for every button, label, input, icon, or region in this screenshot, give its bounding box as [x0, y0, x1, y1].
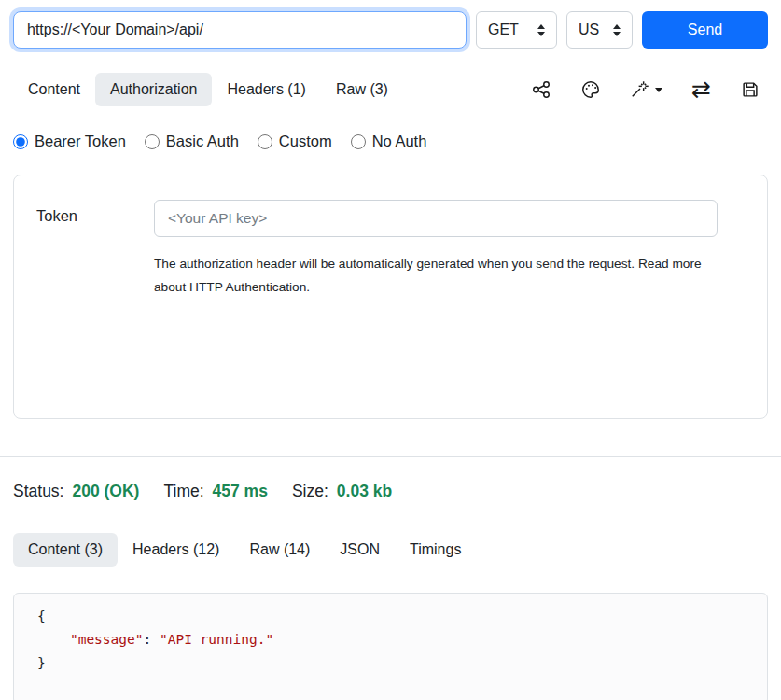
region-select-value: US [579, 21, 599, 38]
json-open-brace: { [37, 609, 46, 623]
region-select[interactable]: US [566, 11, 633, 49]
swap-arrows-icon[interactable]: ⇄ [691, 80, 711, 99]
json-key: "message" [70, 632, 144, 647]
radio-basic-auth-input[interactable] [145, 134, 160, 149]
token-label: Token [36, 200, 154, 394]
auth-help-text: The authorization header will be automat… [154, 252, 714, 300]
radio-custom[interactable]: Custom [258, 133, 332, 150]
select-caret-icon [537, 24, 545, 36]
resp-tab-json[interactable]: JSON [325, 533, 395, 567]
tab-headers[interactable]: Headers (1) [212, 73, 320, 106]
status-label: Status: [13, 482, 63, 501]
radio-bearer-token-input[interactable] [13, 134, 28, 149]
resp-tab-content[interactable]: Content (3) [13, 533, 118, 567]
time-value: 457 ms [213, 482, 268, 501]
chevron-down-icon [655, 88, 662, 92]
method-select[interactable]: GET [476, 11, 557, 49]
request-bar: GET US Send [0, 0, 781, 49]
toolbar: ⇄ [531, 79, 760, 100]
size-value: 0.03 kb [337, 482, 392, 501]
tab-content[interactable]: Content [13, 73, 95, 106]
radio-bearer-token[interactable]: Bearer Token [13, 133, 126, 150]
palette-icon[interactable] [580, 79, 601, 100]
token-main: The authorization header will be automat… [154, 200, 718, 394]
auth-type-row: Bearer Token Basic Auth Custom No Auth [0, 133, 781, 150]
share-nodes-icon[interactable] [531, 79, 551, 100]
magic-wand-menu-icon[interactable] [630, 79, 662, 100]
json-indent [37, 632, 70, 647]
json-value: "API running." [160, 632, 273, 647]
request-tabs-row: Content Authorization Headers (1) Raw (3… [0, 73, 781, 106]
response-body: { "message": "API running." } [14, 594, 767, 686]
method-select-value: GET [488, 21, 519, 38]
send-button[interactable]: Send [642, 11, 768, 49]
radio-basic-auth-label: Basic Auth [166, 133, 239, 150]
resp-tab-headers[interactable]: Headers (12) [118, 533, 234, 567]
radio-basic-auth[interactable]: Basic Auth [145, 133, 239, 150]
json-close-brace: } [37, 655, 46, 670]
auth-panel: Token The authorization header will be a… [13, 175, 768, 419]
radio-bearer-token-label: Bearer Token [35, 133, 126, 150]
save-icon[interactable] [740, 79, 760, 100]
response-tabs-row: Content (3) Headers (12) Raw (14) JSON T… [0, 533, 781, 567]
size-label: Size: [292, 482, 328, 501]
tab-authorization[interactable]: Authorization [95, 73, 212, 106]
radio-custom-label: Custom [279, 133, 332, 150]
resp-tab-raw[interactable]: Raw (14) [234, 533, 325, 567]
response-status-row: Status: 200 (OK) Time: 457 ms Size: 0.03… [0, 457, 781, 512]
json-colon: : [144, 632, 160, 647]
select-caret-icon [613, 24, 621, 36]
status-value: 200 (OK) [72, 482, 139, 501]
time-label: Time: [163, 482, 203, 501]
radio-no-auth-input[interactable] [351, 134, 366, 149]
radio-no-auth[interactable]: No Auth [351, 133, 427, 150]
tab-raw[interactable]: Raw (3) [321, 73, 403, 106]
response-body-panel: { "message": "API running." } [13, 593, 768, 700]
url-input[interactable] [13, 11, 467, 49]
resp-tab-timings[interactable]: Timings [395, 533, 476, 567]
token-input[interactable] [154, 200, 718, 237]
radio-no-auth-label: No Auth [372, 133, 427, 150]
radio-custom-input[interactable] [258, 134, 272, 149]
